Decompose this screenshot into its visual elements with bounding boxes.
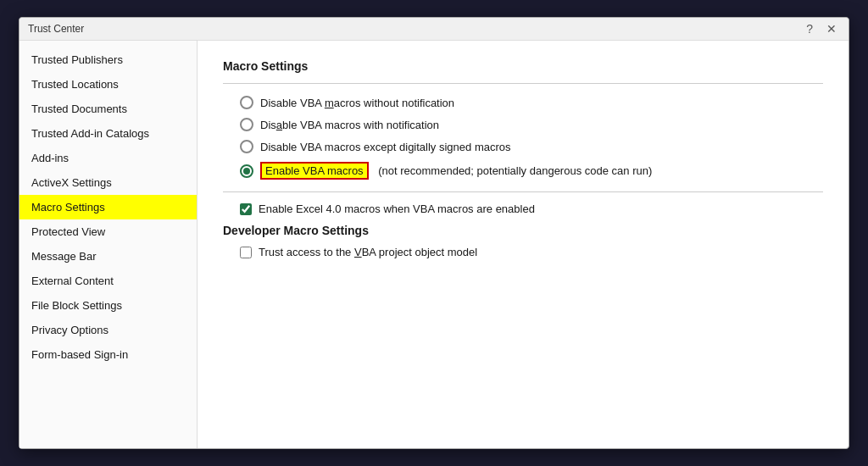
radio-inner-dot: [243, 168, 250, 175]
developer-title: Developer Macro Settings: [223, 224, 823, 237]
title-bar: Trust Center ? ✕: [19, 18, 849, 41]
radio-label-enable-vba-highlighted: Enable VBA macros: [260, 162, 369, 180]
radio-disable-signed[interactable]: Disable VBA macros except digitally sign…: [240, 140, 823, 153]
vba-project-checkbox-row[interactable]: Trust access to the VBA project object m…: [240, 246, 823, 258]
radio-disable-no-notify[interactable]: Disable VBA macros without notification: [240, 96, 823, 109]
help-button[interactable]: ?: [803, 23, 816, 35]
sidebar-item-message-bar[interactable]: Message Bar: [19, 244, 197, 269]
radio-label-enable-vba-suffix: (not recommended; potentially dangerous …: [376, 164, 653, 177]
macro-settings-title: Macro Settings: [223, 59, 823, 73]
main-panel: Macro Settings Disable VBA macros withou…: [198, 41, 849, 448]
radio-disable-notify[interactable]: Disable VBA macros with notification: [240, 118, 823, 131]
sidebar-item-file-block[interactable]: File Block Settings: [19, 293, 197, 318]
radio-label-disable-notify: Disable VBA macros with notification: [260, 119, 439, 131]
sidebar-item-form-signin[interactable]: Form-based Sign-in: [19, 342, 197, 367]
radio-label-disable-signed: Disable VBA macros except digitally sign…: [260, 141, 511, 153]
vba-project-label: Trust access to the VBA project object m…: [259, 246, 477, 258]
sidebar: Trusted PublishersTrusted LocationsTrust…: [19, 41, 198, 448]
sidebar-item-activex[interactable]: ActiveX Settings: [19, 170, 197, 195]
radio-icon-disable-signed: [240, 140, 253, 153]
close-button[interactable]: ✕: [823, 23, 840, 35]
radio-icon-disable-notify: [240, 118, 253, 131]
excel40-label: Enable Excel 4.0 macros when VBA macros …: [259, 202, 535, 215]
divider-middle: [223, 191, 823, 192]
sidebar-item-protected-view[interactable]: Protected View: [19, 219, 197, 244]
title-bar-controls: ? ✕: [803, 23, 840, 35]
vba-project-checkbox[interactable]: [240, 247, 252, 258]
divider-top: [223, 83, 823, 84]
radio-label-disable-no-notify: Disable VBA macros without notification: [260, 97, 454, 109]
developer-section: Developer Macro Settings Trust access to…: [223, 224, 823, 258]
radio-enable-vba[interactable]: Enable VBA macros (not recommended; pote…: [240, 162, 823, 180]
sidebar-item-macro-settings[interactable]: Macro Settings: [19, 195, 197, 219]
sidebar-item-trusted-addins[interactable]: Trusted Add-in Catalogs: [19, 121, 197, 146]
excel40-checkbox-row[interactable]: Enable Excel 4.0 macros when VBA macros …: [240, 202, 823, 215]
excel40-checkbox[interactable]: [240, 203, 252, 215]
radio-icon-enable-vba: [240, 164, 253, 178]
sidebar-item-trusted-publishers[interactable]: Trusted Publishers: [19, 47, 197, 72]
content-area: Trusted PublishersTrusted LocationsTrust…: [19, 41, 849, 448]
window-title: Trust Center: [28, 23, 84, 35]
sidebar-item-external-content[interactable]: External Content: [19, 269, 197, 293]
radio-icon-disable-no-notify: [240, 96, 253, 109]
trust-center-window: Trust Center ? ✕ Trusted PublishersTrust…: [19, 17, 849, 449]
sidebar-item-addins[interactable]: Add-ins: [19, 146, 197, 170]
macro-radio-group: Disable VBA macros without notification …: [240, 96, 823, 180]
sidebar-item-privacy-options[interactable]: Privacy Options: [19, 318, 197, 342]
sidebar-item-trusted-documents[interactable]: Trusted Documents: [19, 97, 197, 121]
sidebar-item-trusted-locations[interactable]: Trusted Locations: [19, 72, 197, 97]
